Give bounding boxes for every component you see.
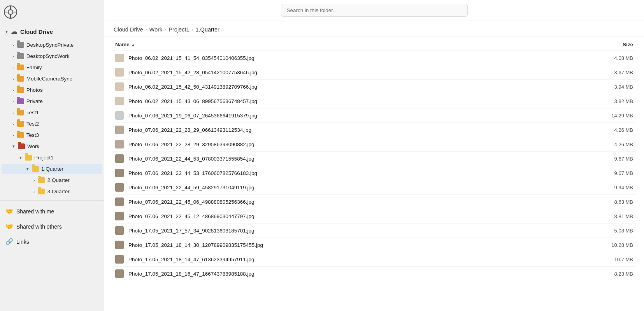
- file-size: 9.94 MB: [594, 185, 633, 190]
- table-row[interactable]: Photo_06.02_2021_15_43_06_89956756367484…: [112, 94, 636, 108]
- table-row[interactable]: Photo_07.06_2021_22_28_29_06613493112534…: [112, 123, 636, 137]
- file-thumbnail: [115, 183, 124, 192]
- file-thumbnail: [115, 212, 124, 220]
- file-name: Photo_17.05_2021_18_14_30_12078990983517…: [128, 242, 594, 248]
- sidebar-item-label: Photos: [26, 87, 43, 93]
- file-size: 3.67 MB: [594, 70, 633, 75]
- table-row[interactable]: Photo_17.05_2021_18_16_47_16674378898518…: [112, 267, 636, 281]
- file-thumbnail: [115, 97, 124, 105]
- folder-icon: [17, 76, 24, 82]
- search-input[interactable]: [281, 4, 468, 17]
- file-thumbnail: [115, 169, 124, 177]
- sidebar-item-label: Private: [26, 98, 43, 104]
- sidebar-item-label: 2.Quarter: [47, 177, 70, 183]
- chevron-icon: ›: [12, 77, 14, 81]
- file-name: Photo_07.06_2021_22_28_29_06613493112534…: [128, 127, 594, 133]
- file-name: Photo_07.06_2021_22_45_06_49888080525636…: [128, 199, 594, 205]
- chevron-icon: ›: [12, 88, 14, 93]
- app-logo[interactable]: [0, 0, 104, 24]
- file-name: Photo_17.05_2021_17_57_34_90281360818570…: [128, 228, 594, 234]
- cloud-drive-label: Cloud Drive: [20, 28, 53, 35]
- col-size-header[interactable]: Size: [594, 42, 633, 47]
- chevron-icon: ›: [33, 189, 35, 194]
- sidebar-item-family[interactable]: › Family: [2, 62, 102, 73]
- file-thumbnail: [115, 68, 124, 77]
- table-row[interactable]: Photo_07.06_2021_22_44_59_45829173104911…: [112, 180, 636, 195]
- folder-icon: [17, 87, 24, 93]
- chevron-icon: ›: [33, 178, 35, 183]
- sidebar-item-label: 1.Quarter: [41, 166, 63, 172]
- sidebar-item-label: MobileCameraSync: [26, 76, 72, 82]
- file-size: 14.29 MB: [594, 113, 633, 119]
- folder-icon: [17, 65, 24, 70]
- table-row[interactable]: Photo_07.06_2021_22_45_12_48686903044779…: [112, 209, 636, 224]
- sidebar-item-test3[interactable]: › Test3: [2, 130, 102, 140]
- breadcrumb-sep-3: ›: [192, 27, 193, 32]
- table-header: Name ▲ Size: [112, 37, 636, 51]
- file-rows-container: Photo_06.02_2021_15_41_54_83545401040635…: [112, 51, 636, 281]
- breadcrumb-cloud-drive[interactable]: Cloud Drive: [114, 26, 143, 33]
- file-name: Photo_07.06_2021_22_44_59_45829173104911…: [128, 185, 594, 190]
- file-thumbnail: [115, 255, 124, 264]
- file-thumbnail: [115, 54, 124, 62]
- sidebar-item-test1[interactable]: › Test1: [2, 107, 102, 118]
- file-size: 8.23 MB: [594, 271, 633, 277]
- table-row[interactable]: Photo_17.05_2021_18_14_47_61362339495791…: [112, 252, 636, 267]
- sidebar-item-desktop-sync-private[interactable]: › DesktopSyncPrivate: [2, 40, 102, 50]
- table-row[interactable]: Photo_06.02_2021_15_42_28_05414210077536…: [112, 65, 636, 80]
- file-name: Photo_07.06_2021_22_28_29_32958639309088…: [128, 142, 594, 147]
- table-row[interactable]: Photo_17.05_2021_18_14_30_12078990983517…: [112, 238, 636, 252]
- breadcrumb-sep-2: ›: [165, 27, 166, 32]
- file-name: Photo_17.05_2021_18_14_47_61362339495791…: [128, 257, 594, 262]
- sidebar-item-links[interactable]: 🔗 Links: [0, 234, 104, 249]
- sidebar-item-1quarter[interactable]: ▾ 1.Quarter: [2, 164, 102, 174]
- table-row[interactable]: Photo_07.06_2021_22_44_53_07800337155585…: [112, 152, 636, 166]
- file-size: 10.7 MB: [594, 257, 633, 262]
- col-size-label: Size: [623, 42, 633, 47]
- table-row[interactable]: Photo_06.02_2021_15_41_54_83545401040635…: [112, 51, 636, 65]
- sort-arrow-icon: ▲: [131, 42, 135, 47]
- sidebar-item-label: Test2: [26, 121, 39, 127]
- folder-icon: [17, 98, 24, 104]
- sidebar-item-project1[interactable]: ▾ Project1: [2, 152, 102, 163]
- file-thumbnail: [115, 126, 124, 134]
- file-thumbnail: [115, 82, 124, 91]
- file-thumbnail: [115, 197, 124, 206]
- breadcrumb-project1[interactable]: Project1: [168, 26, 189, 33]
- folder-icon: [17, 121, 24, 127]
- table-row[interactable]: Photo_06.02_2021_15_42_50_43149138927097…: [112, 80, 636, 94]
- table-row[interactable]: Photo_07.06_2021_22_45_06_49888080525636…: [112, 195, 636, 209]
- sidebar-item-private[interactable]: › Private: [2, 96, 102, 107]
- breadcrumb: Cloud Drive › Work › Project1 › 1.Quarte…: [104, 21, 644, 37]
- sidebar-item-label: Test1: [26, 110, 39, 115]
- file-name: Photo_07.06_2021_22_44_53_17606078257661…: [128, 170, 594, 176]
- table-row[interactable]: Photo_07.06_2021_22_28_29_32958639309088…: [112, 137, 636, 152]
- file-name: Photo_07.06_2021_22_44_53_07800337155585…: [128, 156, 594, 162]
- chevron-icon: ›: [12, 54, 14, 59]
- sidebar-item-work[interactable]: ▾ Work: [2, 141, 102, 152]
- folder-icon: [25, 155, 32, 161]
- sidebar-item-photos[interactable]: › Photos: [2, 85, 102, 95]
- table-row[interactable]: Photo_07.06_2021_22_44_53_17606078257661…: [112, 166, 636, 180]
- sidebar-item-desktop-sync-work[interactable]: › DesktopSyncWork: [2, 51, 102, 61]
- cloud-drive-header[interactable]: ▾ ☁ Cloud Drive: [0, 24, 104, 39]
- sidebar-item-shared-with-me[interactable]: 🤝 Shared with me: [0, 204, 104, 219]
- sidebar-item-2quarter[interactable]: › 2.Quarter: [2, 175, 102, 185]
- sidebar-item-3quarter[interactable]: › 3.Quarter: [2, 186, 102, 197]
- file-thumbnail: [115, 111, 124, 120]
- file-size: 5.08 MB: [594, 228, 633, 234]
- file-thumbnail: [115, 269, 124, 278]
- col-name-label: Name: [115, 42, 130, 47]
- sidebar-item-label: DesktopSyncWork: [26, 53, 70, 59]
- folder-icon: [17, 132, 24, 138]
- table-row[interactable]: Photo_07.06_2021_19_06_07_26453666419153…: [112, 108, 636, 123]
- breadcrumb-work[interactable]: Work: [149, 26, 163, 33]
- sidebar-item-test2[interactable]: › Test2: [2, 119, 102, 129]
- col-name-header[interactable]: Name ▲: [115, 42, 594, 47]
- topbar: [104, 0, 644, 21]
- sidebar-item-mobile-camera-sync[interactable]: › MobileCameraSync: [2, 73, 102, 84]
- sidebar-item-shared-with-others[interactable]: 🤝 Shared with others: [0, 219, 104, 234]
- sidebar-item-label: Project1: [34, 155, 54, 161]
- file-thumbnail: [115, 154, 124, 163]
- table-row[interactable]: Photo_17.05_2021_17_57_34_90281360818570…: [112, 224, 636, 238]
